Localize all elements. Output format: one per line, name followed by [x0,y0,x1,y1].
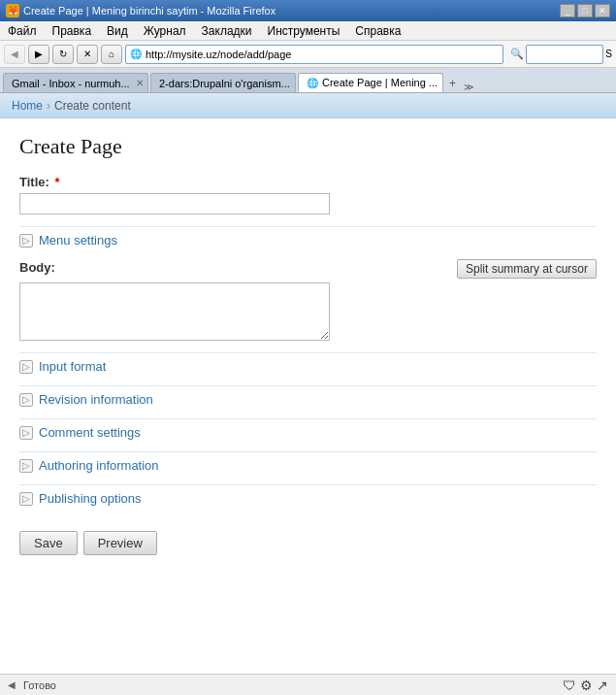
tab-close-gmail[interactable]: ✕ [136,78,144,88]
status-icon-shield: 🛡 [563,678,576,693]
back-button[interactable]: ◀ [4,45,25,64]
publishing-header[interactable]: ▷ Publishing options [19,491,597,506]
authoring-header[interactable]: ▷ Authoring information [19,458,597,473]
home-button[interactable]: ⌂ [101,45,122,64]
window-title: Create Page | Mening birinchi saytim - M… [23,5,556,17]
maximize-button[interactable]: □ [577,4,593,17]
revision-section: ▷ Revision information [19,385,597,413]
comment-header[interactable]: ▷ Comment settings [19,425,597,440]
new-tab-button[interactable]: + [445,75,460,92]
forward-button[interactable]: ▶ [28,45,49,64]
authoring-label: Authoring information [39,458,159,473]
breadcrumb-bar: Home › Create content [0,93,616,118]
security-icon: 🌐 [130,49,142,59]
main-content: Create Page Title: * ▷ Menu settings Bod… [0,118,616,674]
address-text: http://mysite.uz/node/add/page [146,49,291,60]
menu-settings-arrow: ▷ [19,234,33,248]
required-indicator: * [54,175,59,189]
title-input[interactable] [19,193,330,215]
title-field-row: Title: * [19,175,597,215]
body-textarea[interactable] [19,282,330,341]
menu-history[interactable]: Журнал [140,23,190,39]
firefox-icon: 🦊 [6,4,19,17]
status-bar: ◀ Готово 🛡 ⚙ ↗ [0,674,616,695]
search-input[interactable] [526,45,603,64]
comment-arrow: ▷ [19,426,33,440]
menu-bar: Файл Правка Вид Журнал Закладки Инструме… [0,21,616,41]
breadcrumb-current: Create content [54,99,131,113]
status-icon-arrow: ↗ [597,678,608,693]
status-text: Готово [23,679,56,691]
search-engine-icon: 🔍 [510,48,524,60]
authoring-section: ▷ Authoring information [19,451,597,479]
revision-header[interactable]: ▷ Revision information [19,392,597,407]
window-controls: _ □ ✕ [560,4,610,17]
tab-label: Gmail - Inbox - nurmuh... [12,78,130,89]
comment-section: ▷ Comment settings [19,418,597,446]
tab-drupal[interactable]: 2-dars:Drupalni o'rganism... ✕ [150,73,296,92]
tabs-bar: Gmail - Inbox - nurmuh... ✕ 2-dars:Drupa… [0,68,616,93]
revision-arrow: ▷ [19,393,33,407]
save-button[interactable]: Save [19,531,78,555]
tab-scroll-button[interactable]: ≫ [464,82,473,92]
menu-settings-section: ▷ Menu settings [19,226,597,253]
menu-view[interactable]: Вид [103,23,132,39]
menu-settings-label: Menu settings [39,233,117,248]
menu-settings-header[interactable]: ▷ Menu settings [19,233,597,248]
menu-bookmarks[interactable]: Закладки [198,23,256,39]
status-icon-gear: ⚙ [580,678,593,693]
address-bar[interactable]: 🌐 http://mysite.uz/node/add/page [125,45,503,64]
comment-label: Comment settings [39,425,141,440]
form-buttons: Save Preview [19,531,597,555]
breadcrumb-separator: › [47,99,50,113]
publishing-label: Publishing options [39,491,142,506]
menu-edit[interactable]: Правка [49,23,96,39]
minimize-button[interactable]: _ [560,4,575,17]
tab-label: 2-dars:Drupalni o'rganism... [159,78,290,89]
publishing-section: ▷ Publishing options [19,484,597,512]
reload-button[interactable]: ↻ [52,45,74,64]
nav-toolbar: ◀ ▶ ↻ ✕ ⌂ 🌐 http://mysite.uz/node/add/pa… [0,41,616,68]
breadcrumb-home[interactable]: Home [12,99,43,113]
tab-favicon: 🌐 [307,78,318,88]
status-icons: 🛡 ⚙ ↗ [563,678,608,693]
page-title: Create Page [19,134,597,159]
body-section-header: Body: Split summary at cursor [19,259,597,279]
input-format-section: ▷ Input format [19,352,597,380]
tab-gmail[interactable]: Gmail - Inbox - nurmuh... ✕ [3,73,148,92]
input-format-label: Input format [39,359,106,374]
split-summary-button[interactable]: Split summary at cursor [457,259,597,279]
menu-help[interactable]: Справка [351,23,405,39]
preview-button[interactable]: Preview [83,531,157,555]
input-format-arrow: ▷ [19,360,33,374]
tab-label: Create Page | Mening ... [322,77,438,88]
body-label: Body: [19,260,55,275]
menu-file[interactable]: Файл [4,23,41,39]
tab-create-page[interactable]: 🌐 Create Page | Mening ... ✕ [298,73,443,92]
body-field-row: Body: Split summary at cursor [19,259,597,341]
menu-tools[interactable]: Инструменты [264,23,344,39]
authoring-arrow: ▷ [19,459,33,473]
title-bar: 🦊 Create Page | Mening birinchi saytim -… [0,0,616,21]
stop-button[interactable]: ✕ [77,45,98,64]
publishing-arrow: ▷ [19,492,33,506]
scroll-left-icon[interactable]: ◀ [8,679,16,690]
search-area: 🔍 S [510,45,612,64]
close-button[interactable]: ✕ [595,4,610,17]
input-format-header[interactable]: ▷ Input format [19,359,597,374]
revision-label: Revision information [39,392,153,407]
title-label: Title: * [19,175,597,189]
search-btn[interactable]: S [605,49,612,59]
